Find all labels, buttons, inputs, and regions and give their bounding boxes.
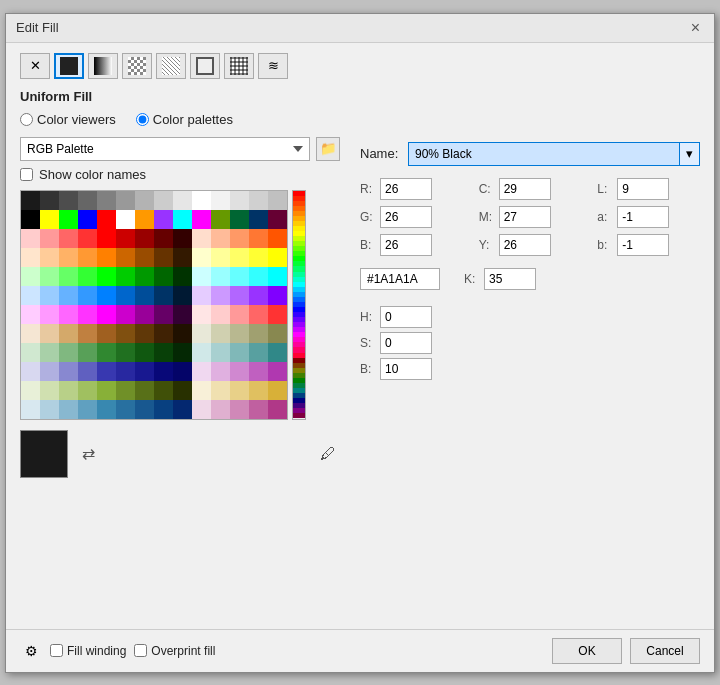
- radio-color-palettes[interactable]: Color palettes: [136, 112, 233, 127]
- color-cell[interactable]: [230, 400, 249, 419]
- color-cell[interactable]: [230, 191, 249, 210]
- fill-type-none[interactable]: ✕: [20, 53, 50, 79]
- color-cell[interactable]: [78, 400, 97, 419]
- color-cell[interactable]: [40, 381, 59, 400]
- color-cell[interactable]: [173, 210, 192, 229]
- color-cell[interactable]: [78, 305, 97, 324]
- color-cell[interactable]: [40, 248, 59, 267]
- color-cell[interactable]: [97, 229, 116, 248]
- color-cell[interactable]: [135, 400, 154, 419]
- color-cell[interactable]: [249, 400, 268, 419]
- color-cell[interactable]: [173, 343, 192, 362]
- color-cell[interactable]: [154, 305, 173, 324]
- eyedropper-button[interactable]: 🖊: [316, 442, 340, 466]
- color-cell[interactable]: [173, 229, 192, 248]
- color-cell[interactable]: [97, 343, 116, 362]
- h-input[interactable]: [380, 306, 432, 328]
- color-cell[interactable]: [40, 267, 59, 286]
- color-cell[interactable]: [21, 248, 40, 267]
- color-cell[interactable]: [116, 343, 135, 362]
- color-cell[interactable]: [230, 324, 249, 343]
- color-cell[interactable]: [59, 286, 78, 305]
- g-input[interactable]: [380, 206, 432, 228]
- color-cell[interactable]: [249, 229, 268, 248]
- color-cell[interactable]: [97, 400, 116, 419]
- color-cell[interactable]: [211, 381, 230, 400]
- color-cell[interactable]: [135, 210, 154, 229]
- color-cell[interactable]: [135, 305, 154, 324]
- color-cell[interactable]: [249, 343, 268, 362]
- color-cell[interactable]: [173, 191, 192, 210]
- color-cell[interactable]: [249, 381, 268, 400]
- color-cell[interactable]: [192, 381, 211, 400]
- color-cell[interactable]: [40, 229, 59, 248]
- color-cell[interactable]: [154, 248, 173, 267]
- color-cell[interactable]: [116, 324, 135, 343]
- color-cell[interactable]: [97, 210, 116, 229]
- color-cell[interactable]: [21, 191, 40, 210]
- color-cell[interactable]: [21, 381, 40, 400]
- color-cell[interactable]: [192, 324, 211, 343]
- overprint-fill-checkbox[interactable]: [134, 644, 147, 657]
- color-cell[interactable]: [59, 267, 78, 286]
- fill-winding-label[interactable]: Fill winding: [50, 644, 126, 658]
- color-cell[interactable]: [21, 400, 40, 419]
- color-cell[interactable]: [135, 381, 154, 400]
- color-cell[interactable]: [59, 362, 78, 381]
- show-color-names-label[interactable]: Show color names: [39, 167, 146, 182]
- color-cell[interactable]: [116, 229, 135, 248]
- color-cell[interactable]: [192, 400, 211, 419]
- gear-button[interactable]: ⚙: [20, 640, 42, 662]
- color-cell[interactable]: [78, 362, 97, 381]
- color-cell[interactable]: [154, 343, 173, 362]
- color-cell[interactable]: [192, 286, 211, 305]
- color-cell[interactable]: [249, 210, 268, 229]
- color-cell[interactable]: [192, 362, 211, 381]
- color-cell[interactable]: [21, 229, 40, 248]
- color-cell[interactable]: [268, 362, 287, 381]
- color-cell[interactable]: [135, 343, 154, 362]
- color-cell[interactable]: [21, 362, 40, 381]
- color-cell[interactable]: [230, 343, 249, 362]
- color-cell[interactable]: [116, 210, 135, 229]
- color-cell[interactable]: [211, 191, 230, 210]
- fill-type-texture[interactable]: [156, 53, 186, 79]
- color-cell[interactable]: [249, 305, 268, 324]
- color-cell[interactable]: [154, 381, 173, 400]
- color-cell[interactable]: [173, 267, 192, 286]
- color-cell[interactable]: [135, 229, 154, 248]
- color-cell[interactable]: [249, 362, 268, 381]
- color-cell[interactable]: [211, 229, 230, 248]
- b3-input[interactable]: [380, 358, 432, 380]
- color-cell[interactable]: [154, 267, 173, 286]
- color-cell[interactable]: [40, 286, 59, 305]
- s-input[interactable]: [380, 332, 432, 354]
- b-input[interactable]: [380, 234, 432, 256]
- color-cell[interactable]: [116, 381, 135, 400]
- color-cell[interactable]: [154, 324, 173, 343]
- color-cell[interactable]: [192, 229, 211, 248]
- cancel-button[interactable]: Cancel: [630, 638, 700, 664]
- color-cell[interactable]: [78, 248, 97, 267]
- y-input[interactable]: [499, 234, 551, 256]
- c-input[interactable]: [499, 178, 551, 200]
- a-input[interactable]: [617, 206, 669, 228]
- color-cell[interactable]: [230, 210, 249, 229]
- m-input[interactable]: [499, 206, 551, 228]
- color-cell[interactable]: [211, 267, 230, 286]
- radio-viewers-input[interactable]: [20, 113, 33, 126]
- color-cell[interactable]: [268, 400, 287, 419]
- color-cell[interactable]: [59, 248, 78, 267]
- fill-type-gradient[interactable]: [88, 53, 118, 79]
- color-cell[interactable]: [40, 400, 59, 419]
- color-cell[interactable]: [59, 324, 78, 343]
- color-cell[interactable]: [154, 400, 173, 419]
- color-cell[interactable]: [268, 248, 287, 267]
- color-cell[interactable]: [59, 191, 78, 210]
- overprint-fill-label[interactable]: Overprint fill: [134, 644, 215, 658]
- color-cell[interactable]: [173, 381, 192, 400]
- color-cell[interactable]: [78, 343, 97, 362]
- color-cell[interactable]: [40, 362, 59, 381]
- color-cell[interactable]: [211, 305, 230, 324]
- color-cell[interactable]: [154, 210, 173, 229]
